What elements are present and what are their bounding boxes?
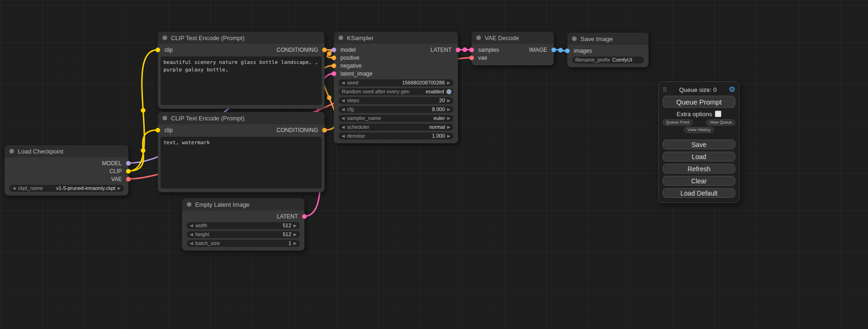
load-button[interactable]: Load (663, 152, 735, 161)
widget-denoise[interactable]: ◀ denoise 1.000 ▶ (339, 133, 453, 140)
prompt-textarea[interactable]: beautiful scenery nature glass bottle la… (161, 56, 322, 105)
widget-random-seed-toggle[interactable]: Random seed after every gen enabled (339, 88, 453, 95)
increment-arrow-icon[interactable]: ▶ (118, 185, 120, 192)
output-dot-latent[interactable] (302, 214, 307, 219)
increment-arrow-icon[interactable]: ▶ (447, 106, 450, 113)
widget-label: steps (347, 97, 359, 104)
input-label-images: images (574, 48, 592, 54)
output-slot-vae: VAE (5, 175, 128, 183)
increment-arrow-icon[interactable]: ▶ (447, 79, 450, 86)
io-slot-row-samples: samples IMAGE (472, 46, 554, 54)
collapse-toggle-icon[interactable] (476, 35, 481, 40)
link-midpoint-dot (327, 51, 332, 56)
node-clip-text-encode-negative[interactable]: CLIP Text Encode (Prompt) clip CONDITION… (158, 112, 325, 192)
widget-sampler-name[interactable]: ◀ sampler_name euler ▶ (339, 115, 453, 122)
node-empty-latent-titlebar[interactable]: Empty Latent Image (182, 198, 304, 210)
node-clip-negative-titlebar[interactable]: CLIP Text Encode (Prompt) (158, 112, 325, 124)
node-save-image[interactable]: Save Image images filename_prefix ComfyU… (567, 33, 649, 67)
node-load-checkpoint-titlebar[interactable]: Load Checkpoint (5, 145, 128, 157)
widget-value: 20 (439, 97, 445, 104)
input-dot-model[interactable] (332, 48, 336, 52)
link-midpoint-dot (141, 108, 146, 113)
increment-arrow-icon[interactable]: ▶ (447, 124, 450, 131)
node-clip-text-encode-positive[interactable]: CLIP Text Encode (Prompt) clip CONDITION… (158, 32, 325, 109)
clear-button[interactable]: Clear (663, 176, 735, 186)
output-label-image: IMAGE (529, 47, 547, 53)
node-ksampler[interactable]: KSampler model LATENT positive negative … (334, 32, 458, 143)
output-dot-vae[interactable] (126, 177, 131, 182)
widget-cfg[interactable]: ◀ cfg 8.000 ▶ (339, 106, 453, 113)
widget-height[interactable]: ◀ height 512 ▶ (187, 231, 300, 238)
node-ksampler-titlebar[interactable]: KSampler (334, 32, 458, 44)
input-dot-positive[interactable] (332, 56, 336, 60)
extra-options-checkbox[interactable] (715, 111, 721, 117)
output-dot-conditioning[interactable] (322, 128, 327, 133)
widget-width[interactable]: ◀ width 512 ▶ (187, 222, 300, 229)
collapse-toggle-icon[interactable] (339, 35, 343, 40)
increment-arrow-icon[interactable]: ▶ (447, 133, 450, 140)
collapse-toggle-icon[interactable] (162, 116, 167, 120)
decrement-arrow-icon[interactable]: ◀ (342, 106, 345, 113)
node-empty-latent-image[interactable]: Empty Latent Image LATENT ◀ width 512 ▶ … (182, 198, 304, 251)
input-dot-latent-image[interactable] (332, 71, 336, 76)
output-dot-conditioning[interactable] (322, 48, 327, 52)
input-dot-clip[interactable] (155, 128, 160, 133)
increment-arrow-icon[interactable]: ▶ (447, 115, 450, 122)
widget-steps[interactable]: ◀ steps 20 ▶ (339, 97, 453, 104)
increment-arrow-icon[interactable]: ▶ (294, 222, 296, 229)
output-label-vae: VAE (111, 176, 122, 182)
decrement-arrow-icon[interactable]: ◀ (342, 133, 345, 140)
widget-label: height (195, 231, 209, 238)
queue-prompt-button[interactable]: Queue Prompt (663, 96, 735, 108)
node-body: clip CONDITIONING text, watermark (158, 124, 325, 192)
toggle-indicator-icon[interactable] (446, 89, 452, 94)
collapse-toggle-icon[interactable] (187, 202, 191, 207)
widget-value: enabled (426, 88, 444, 95)
output-label-model: MODEL (102, 160, 122, 167)
collapse-toggle-icon[interactable] (9, 149, 14, 154)
widget-batch-size[interactable]: ◀ batch_size 1 ▶ (187, 240, 300, 247)
queue-front-button[interactable]: Queue Front (663, 119, 693, 126)
view-queue-button[interactable]: View Queue (706, 119, 735, 126)
save-button[interactable]: Save (663, 140, 735, 149)
settings-gear-icon[interactable]: ⚙ (729, 86, 735, 93)
output-dot-clip[interactable] (126, 169, 131, 174)
view-history-button[interactable]: View History (684, 127, 714, 133)
output-dot-latent[interactable] (456, 48, 460, 52)
decrement-arrow-icon[interactable]: ◀ (13, 185, 15, 192)
widget-scheduler[interactable]: ◀ scheduler normal ▶ (339, 124, 453, 131)
output-dot-model[interactable] (126, 161, 131, 166)
increment-arrow-icon[interactable]: ▶ (294, 240, 296, 247)
increment-arrow-icon[interactable]: ▶ (447, 97, 450, 104)
node-save-image-titlebar[interactable]: Save Image (567, 33, 649, 45)
input-dot-vae[interactable] (469, 56, 474, 60)
input-dot-clip[interactable] (155, 48, 160, 52)
collapse-toggle-icon[interactable] (572, 36, 577, 41)
decrement-arrow-icon[interactable]: ◀ (342, 79, 345, 86)
widget-seed[interactable]: ◀ seed 156680208700286 ▶ (339, 79, 453, 86)
node-vae-decode[interactable]: VAE Decode samples IMAGE vae (472, 32, 554, 65)
widget-filename-prefix[interactable]: filename_prefix ComfyUI (572, 56, 644, 63)
input-dot-images[interactable] (565, 49, 570, 53)
prompt-textarea[interactable]: text, watermark (161, 137, 322, 189)
collapse-toggle-icon[interactable] (162, 35, 167, 40)
input-dot-negative[interactable] (332, 63, 336, 68)
decrement-arrow-icon[interactable]: ◀ (190, 231, 193, 238)
decrement-arrow-icon[interactable]: ◀ (342, 97, 345, 104)
increment-arrow-icon[interactable]: ▶ (294, 231, 296, 238)
load-default-button[interactable]: Load Default (663, 188, 735, 198)
node-vae-decode-titlebar[interactable]: VAE Decode (472, 32, 554, 44)
decrement-arrow-icon[interactable]: ◀ (190, 240, 193, 247)
node-clip-positive-titlebar[interactable]: CLIP Text Encode (Prompt) (158, 32, 325, 44)
decrement-arrow-icon[interactable]: ◀ (342, 124, 345, 131)
refresh-button[interactable]: Refresh (663, 164, 735, 174)
decrement-arrow-icon[interactable]: ◀ (342, 115, 345, 122)
decrement-arrow-icon[interactable]: ◀ (190, 222, 193, 229)
node-load-checkpoint[interactable]: Load Checkpoint MODEL CLIP VAE ◀ ckpt_na… (5, 145, 128, 196)
node-body: clip CONDITIONING beautiful scenery natu… (158, 44, 325, 109)
drag-handle-icon[interactable]: ⠿ (663, 87, 667, 93)
input-dot-samples[interactable] (469, 48, 474, 52)
widget-value: euler (433, 115, 445, 122)
output-dot-image[interactable] (551, 48, 556, 52)
widget-ckpt-name[interactable]: ◀ ckpt_name v1-5-pruned-emaonly.ckpt ▶ (9, 185, 124, 192)
